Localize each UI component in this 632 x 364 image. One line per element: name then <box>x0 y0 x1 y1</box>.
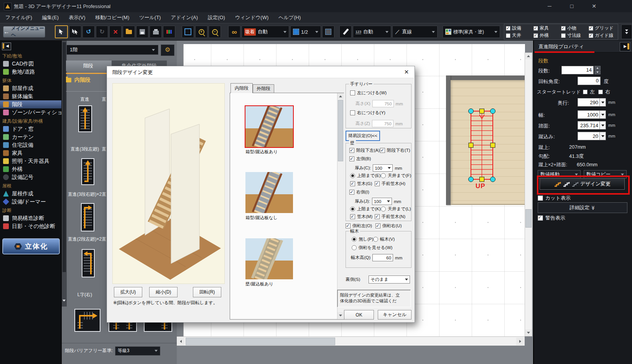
floor-selector-dropdown[interactable]: 1階 <box>66 45 158 55</box>
wall-right-upper-radio[interactable]: 上階まで(K) <box>350 206 381 212</box>
ok-button[interactable]: OK <box>344 310 374 320</box>
detail-settings-button[interactable]: 詳細設定 ≫ <box>538 202 627 213</box>
layer-exterior[interactable]: 外構 <box>533 32 561 39</box>
sidebar-item-exterior[interactable]: 外構 <box>0 165 61 173</box>
sidebar-item-zone-partition[interactable]: ゾーン/パーティション <box>0 108 61 116</box>
sidebar-item-room-create[interactable]: 部屋作成 <box>0 84 61 92</box>
wall-right-ceiling-radio[interactable]: 天井まで(L) <box>381 206 411 212</box>
warning-display-checkbox[interactable]: 警告表示 <box>538 215 565 221</box>
wall-left-checkbox[interactable]: 左側(B) <box>349 156 371 162</box>
wall-right-thickness-combo[interactable]: 100 <box>372 198 392 205</box>
dialog-title-bar[interactable]: 階段デザイン変更 ✕ <box>107 66 414 78</box>
wall-right-frontcap-checkbox[interactable]: 手前笠木(N) <box>375 214 405 220</box>
stair-type-wall-riser[interactable] <box>245 238 293 279</box>
dialog-tab-inner[interactable]: 内階段 <box>230 83 253 93</box>
skirting-show-stringer-radio[interactable]: 側桁を見せる(W) <box>352 245 392 251</box>
menu-help[interactable]: ヘルプ(H) <box>278 14 301 21</box>
preview-zoom-in-button[interactable]: 拡大(U) <box>114 287 142 297</box>
panel-collapse-button[interactable]: ▶ <box>620 42 630 51</box>
handrail-right-checkbox[interactable]: 右につける(Y) <box>350 110 385 116</box>
sidebar-item-furniture[interactable]: 家具 <box>0 149 61 157</box>
menu-edit[interactable]: 編集(E) <box>42 14 59 21</box>
sidebar-item-cad[interactable]: CAD作図 <box>0 60 61 68</box>
continuous-input-button[interactable] <box>228 26 240 38</box>
scroll-up-button[interactable] <box>337 93 344 99</box>
toolbar-expand-button[interactable] <box>621 25 632 39</box>
stair-item-thumb-L-right[interactable] <box>74 309 100 332</box>
tread-combo[interactable]: 235.714 <box>578 121 606 130</box>
stair-item-thumb-left-turn[interactable] <box>81 158 94 185</box>
menu-addin[interactable]: アドイン(A) <box>171 14 198 21</box>
design-change-button[interactable]: デザイン変更 <box>540 178 625 190</box>
sidebar-item-curtain[interactable]: カーテン <box>0 133 61 141</box>
sidebar-item-door-window[interactable]: ドア・窓 <box>0 125 61 133</box>
menu-tools[interactable]: ツール(T) <box>139 14 161 21</box>
catalog-scroll-thumb[interactable] <box>63 42 66 272</box>
layer-small-items[interactable]: 小物 <box>561 25 589 31</box>
starter-right-checkbox[interactable]: 右 <box>598 89 610 95</box>
menu-view[interactable]: 表示(V) <box>69 14 85 21</box>
sidebar-item-housing-equipment[interactable]: 住宅設備 <box>0 141 61 149</box>
menu-settings[interactable]: 設定(O) <box>208 14 225 21</box>
wall-left-upper-radio[interactable]: 上階まで(E) <box>350 173 381 179</box>
cut-display-checkbox[interactable]: カット表示 <box>538 195 571 202</box>
dialog-tab-outer[interactable]: 外階段 <box>253 84 274 93</box>
tab-stairs[interactable]: 階段 <box>65 61 112 71</box>
handrail-right-height-input[interactable]: 750 <box>372 120 393 127</box>
layer-ceiling[interactable]: 天井 <box>506 32 533 39</box>
stair-type-box-riser[interactable] <box>245 105 294 148</box>
menu-window[interactable]: ウィンドウ(W) <box>235 14 268 21</box>
cancel-button[interactable]: キャンセル <box>378 310 411 320</box>
layer-dimension-lines[interactable]: 寸法線 <box>561 32 589 39</box>
line-type-dropdown[interactable]: ／ 直線 <box>392 26 438 38</box>
sidebar-item-roof-create[interactable]: 屋根作成 <box>0 190 61 198</box>
sidebar-item-lighting[interactable]: 照明・天井器具 <box>0 157 61 165</box>
canvas-vscrollbar[interactable] <box>525 52 532 336</box>
layer-furniture[interactable]: 家具 <box>533 25 561 31</box>
layer-equipment[interactable]: 設備 <box>506 25 533 31</box>
dimension-dropdown[interactable]: 123 自動 <box>353 26 391 38</box>
sidebar-item-stairs[interactable]: 階段 <box>0 100 61 108</box>
scroll-down-button[interactable] <box>525 330 532 336</box>
main-menu-button[interactable]: メインメニューヘ <box>3 26 45 38</box>
skirting-skirt-radio[interactable]: 幅木(V) <box>373 236 395 242</box>
angle-input[interactable]: 0 <box>578 77 601 85</box>
grid-scale-dropdown[interactable]: 1/2 <box>290 26 321 38</box>
stair-item-label[interactable]: L字(右) <box>63 292 106 298</box>
print-button[interactable] <box>150 26 162 38</box>
floor-settings-button[interactable] <box>161 44 174 56</box>
wall-under-left-checkbox[interactable]: 階段下左(A) <box>349 148 380 153</box>
stair-item-thumb-left-turn-x2[interactable] <box>82 249 95 277</box>
menu-move-copy[interactable]: 移動/コピー(M) <box>95 14 130 21</box>
pdf-export-button[interactable] <box>163 26 175 38</box>
layer-guide-lines[interactable]: ガイド線 <box>589 32 616 39</box>
steps-input[interactable]: 14 <box>561 66 594 74</box>
select-tool-button[interactable] <box>55 25 68 38</box>
list-scrollbar[interactable] <box>337 93 344 319</box>
stair-type-caption[interactable]: 箱型/蹴込板なし <box>245 215 278 221</box>
sidebar-item-site-road[interactable]: 敷地/道路 <box>0 68 61 76</box>
delete-button[interactable] <box>109 26 122 38</box>
dialog-close-button[interactable]: ✕ <box>399 66 414 78</box>
list-scroll-thumb[interactable] <box>338 100 343 161</box>
grid-edit-button[interactable] <box>322 26 334 38</box>
depth-combo[interactable]: 290 <box>578 98 606 107</box>
stringer-right-checkbox[interactable]: 側桁右(U) <box>375 223 402 229</box>
wall-left-ceiling-radio[interactable]: 天井まで(F) <box>381 173 411 179</box>
stair-type-box-open[interactable] <box>245 172 293 213</box>
handrail-left-height-input[interactable]: 750 <box>372 100 394 107</box>
stair-item-thumb-straight[interactable] <box>78 105 92 132</box>
scroll-right-button[interactable] <box>516 338 524 345</box>
display-style-dropdown[interactable]: 標準(家具・塗) <box>443 26 500 38</box>
undo-button[interactable] <box>82 26 95 38</box>
width-combo[interactable]: 1000 <box>578 110 606 119</box>
snap-mode-dropdown[interactable]: 吸着 自動 <box>242 26 289 38</box>
close-button[interactable]: ✕ <box>585 0 603 12</box>
steps-spinner[interactable] <box>594 66 601 74</box>
canvas-hscrollbar[interactable] <box>176 336 525 346</box>
sidebar-item-equipment-symbol[interactable]: 設備記号 <box>0 173 61 181</box>
minimize-button[interactable]: ─ <box>541 0 558 12</box>
scroll-down-button[interactable] <box>337 312 344 318</box>
sidebar-item-structure-edit[interactable]: 躯体編集 <box>0 92 61 100</box>
vscroll-thumb[interactable] <box>525 209 532 228</box>
